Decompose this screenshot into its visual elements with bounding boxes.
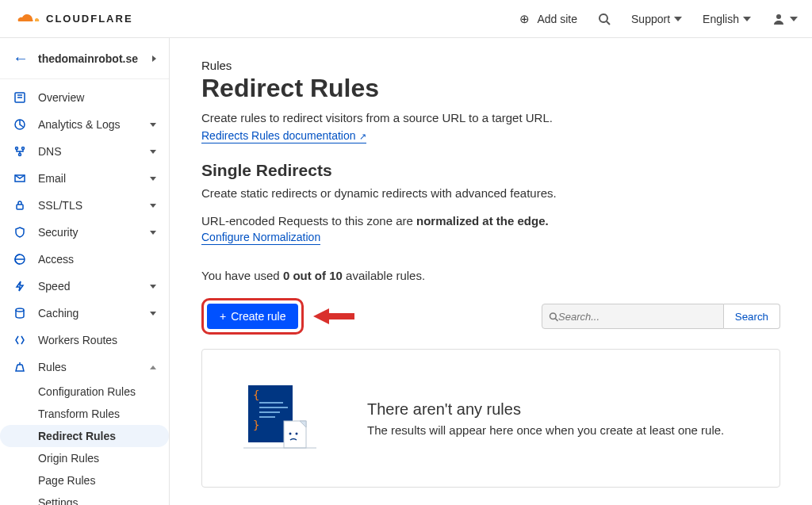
rules-icon <box>13 361 27 373</box>
logo-text: CLOUDFLARE <box>46 13 133 25</box>
analytics-icon <box>13 118 27 131</box>
speed-icon <box>13 280 27 293</box>
topbar: CLOUDFLARE Add site Support English <box>0 0 812 38</box>
lock-icon <box>13 199 27 212</box>
sidebar-item-caching[interactable]: Caching <box>0 300 169 327</box>
svg-text:}: } <box>253 419 259 431</box>
empty-state: { } There aren't any rules The results w… <box>201 349 780 488</box>
overview-icon <box>13 91 27 104</box>
single-redirects-heading: Single Redirects <box>201 161 780 180</box>
chevron-down-icon <box>150 231 156 235</box>
svg-text:{: { <box>253 388 259 401</box>
svg-point-13 <box>16 308 24 312</box>
svg-line-16 <box>555 318 557 320</box>
rules-search-input[interactable] <box>558 311 717 323</box>
create-rule-highlight: + Create rule <box>201 298 304 335</box>
page-lead: Create rules to redirect visitors from a… <box>201 111 780 124</box>
chevron-up-icon <box>150 365 156 369</box>
docs-link[interactable]: Redirects Rules documentation <box>201 129 366 143</box>
page-title: Redirect Rules <box>201 74 780 103</box>
sidebar-item-analytics[interactable]: Analytics & Logs <box>0 111 169 138</box>
sidebar-item-rules[interactable]: Rules <box>0 354 169 381</box>
chevron-down-icon <box>150 150 156 154</box>
language-dropdown[interactable]: English <box>703 13 751 25</box>
chevron-down-icon <box>150 177 156 181</box>
user-icon <box>772 12 786 26</box>
account-dropdown[interactable] <box>772 12 798 26</box>
plus-icon: + <box>220 310 226 323</box>
subnav-page-rules[interactable]: Page Rules <box>38 469 169 492</box>
empty-title: There aren't any rules <box>367 400 724 419</box>
chevron-right-icon <box>152 55 156 62</box>
subnav-origin-rules[interactable]: Origin Rules <box>38 447 169 469</box>
cloud-icon <box>14 9 41 29</box>
subnav-settings[interactable]: Settings <box>38 492 169 505</box>
support-dropdown[interactable]: Support <box>631 13 682 25</box>
dns-icon <box>13 145 27 158</box>
empty-illustration-icon: { } <box>240 381 320 455</box>
sidebar-item-email[interactable]: Email <box>0 165 169 192</box>
rules-usage: You have used 0 out of 10 available rule… <box>201 269 780 282</box>
svg-rect-19 <box>259 402 283 404</box>
svg-point-0 <box>599 14 607 22</box>
svg-rect-22 <box>259 416 275 418</box>
svg-rect-11 <box>17 205 23 209</box>
configure-normalization-link[interactable]: Configure Normalization <box>201 231 320 245</box>
normalization-text: URL-encoded Requests to this zone are no… <box>201 214 780 228</box>
sidebar-item-overview[interactable]: Overview <box>0 84 169 111</box>
back-arrow-icon[interactable]: ← <box>13 49 29 67</box>
site-name: thedomainrobot.se <box>38 52 143 65</box>
chevron-down-icon <box>790 17 798 21</box>
sidebar: ← thedomainrobot.se Overview Analytics &… <box>0 38 170 505</box>
sidebar-item-security[interactable]: Security <box>0 219 169 246</box>
search-icon[interactable] <box>598 13 611 25</box>
add-site-button[interactable]: Add site <box>519 12 577 26</box>
rules-submenu: Configuration Rules Transform Rules Redi… <box>0 381 169 505</box>
annotation-arrow-icon <box>313 307 354 326</box>
cloudflare-logo[interactable]: CLOUDFLARE <box>14 9 133 29</box>
chevron-down-icon <box>150 123 156 127</box>
sidebar-item-workers[interactable]: Workers Routes <box>0 327 169 354</box>
svg-rect-20 <box>259 407 288 408</box>
chevron-down-icon <box>150 312 156 316</box>
svg-marker-14 <box>313 308 354 324</box>
search-icon <box>549 312 558 322</box>
caching-icon <box>13 307 27 319</box>
breadcrumb: Rules <box>201 59 780 72</box>
create-rule-button[interactable]: + Create rule <box>207 304 298 329</box>
workers-icon <box>13 334 27 346</box>
svg-point-26 <box>289 433 292 435</box>
chevron-down-icon <box>150 204 156 208</box>
email-icon <box>13 172 27 185</box>
sidebar-item-ssl[interactable]: SSL/TLS <box>0 192 169 219</box>
chevron-down-icon <box>674 17 682 21</box>
shield-icon <box>13 226 27 239</box>
chevron-down-icon <box>150 285 156 289</box>
access-icon <box>13 253 27 266</box>
external-link-icon <box>359 129 366 142</box>
svg-point-2 <box>776 14 781 19</box>
single-redirects-desc: Create static redirects or dynamic redir… <box>201 186 780 200</box>
svg-point-15 <box>550 312 556 319</box>
subnav-config-rules[interactable]: Configuration Rules <box>38 381 169 403</box>
sidebar-item-dns[interactable]: DNS <box>0 138 169 165</box>
svg-rect-21 <box>259 411 280 413</box>
sidebar-item-speed[interactable]: Speed <box>0 273 169 300</box>
chevron-down-icon <box>743 17 751 21</box>
subnav-transform-rules[interactable]: Transform Rules <box>38 403 169 425</box>
svg-line-1 <box>607 21 610 25</box>
search-button[interactable]: Search <box>724 304 780 329</box>
main-content: Rules Redirect Rules Create rules to red… <box>170 38 812 505</box>
rules-search-box[interactable] <box>542 304 724 329</box>
site-selector[interactable]: ← thedomainrobot.se <box>0 38 169 79</box>
empty-desc: The results will appear here once when y… <box>367 423 724 437</box>
svg-rect-24 <box>284 421 306 448</box>
sidebar-item-access[interactable]: Access <box>0 246 169 273</box>
svg-point-27 <box>296 433 298 435</box>
subnav-redirect-rules[interactable]: Redirect Rules <box>0 425 169 447</box>
